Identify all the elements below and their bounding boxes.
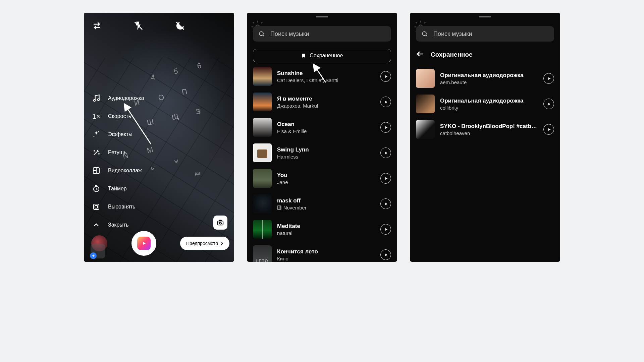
tool-align[interactable]: Выровнять — [91, 202, 144, 212]
album-cover — [253, 220, 272, 239]
preview-button[interactable]: Предпросмотр — [180, 237, 229, 250]
svg-point-30 — [422, 32, 426, 36]
chevron-up-icon — [91, 220, 101, 230]
play-button[interactable] — [380, 249, 391, 260]
plus-icon: + — [90, 252, 97, 259]
track-artist: Harmless — [277, 154, 375, 160]
album-cover — [253, 67, 272, 86]
track-title: Meditate — [277, 223, 375, 230]
album-cover — [253, 93, 272, 111]
music-search-input[interactable] — [253, 26, 391, 42]
speed-1x-icon: 1× — [91, 111, 101, 121]
saved-button[interactable]: Сохраненное — [253, 49, 391, 62]
track-row[interactable]: Sunshine Cat Dealers, LOthief, Santti — [253, 67, 391, 86]
svg-point-6 — [99, 136, 99, 136]
svg-point-7 — [94, 150, 95, 151]
track-artist: aem.beaute — [440, 79, 538, 85]
tool-label: Выровнять — [108, 204, 136, 210]
collage-icon — [91, 166, 101, 176]
play-button[interactable] — [380, 224, 391, 235]
tool-effects[interactable]: Эффекты — [91, 129, 144, 139]
track-artist: Джарахов, Markul — [277, 103, 375, 109]
svg-marker-32 — [548, 103, 550, 105]
tool-speed[interactable]: 1× Скорость — [91, 111, 144, 121]
tool-collage[interactable]: Видеоколлаж — [91, 166, 144, 176]
bookmark-icon — [301, 53, 306, 58]
track-row[interactable]: Я в моменте Джарахов, Markul — [253, 93, 391, 111]
flash-off-icon[interactable] — [133, 20, 144, 32]
album-cover — [416, 69, 435, 88]
track-row[interactable]: mask off ENovember — [253, 194, 391, 213]
page-title: Сохраненное — [431, 51, 473, 58]
track-title: Я в моменте — [277, 96, 375, 102]
track-artist: Jane — [277, 179, 375, 185]
track-row[interactable]: You Jane — [253, 169, 391, 188]
track-row[interactable]: Кончится лето Кино — [253, 245, 391, 262]
night-off-icon[interactable] — [174, 20, 186, 32]
track-artist: natural — [277, 230, 375, 236]
play-button[interactable] — [543, 73, 554, 84]
music-search-input[interactable] — [416, 26, 554, 42]
magic-wand-icon — [91, 147, 101, 158]
tool-retouch[interactable]: Ретушь — [91, 147, 144, 158]
track-artist: Elsa & Emilie — [277, 128, 375, 134]
track-row[interactable]: Ocean Elsa & Emilie — [253, 118, 391, 137]
swap-icon[interactable] — [91, 20, 103, 32]
play-button[interactable] — [380, 173, 391, 184]
sheet-handle[interactable] — [316, 16, 328, 17]
svg-marker-31 — [548, 77, 550, 79]
tool-label: Аудиодорожка — [108, 95, 144, 101]
tool-label: Видеоколлаж — [108, 168, 142, 174]
tool-label: Закрыть — [108, 222, 129, 228]
svg-marker-22 — [385, 101, 387, 103]
track-row[interactable]: SYKO - BrooklynBloodPop! #catboiheaven c… — [416, 120, 554, 139]
search-field[interactable] — [433, 31, 549, 38]
tool-label: Таймер — [108, 186, 127, 192]
track-row[interactable]: Оригинальная аудиодорожка collibrity — [416, 95, 554, 113]
play-button[interactable] — [543, 124, 554, 135]
tool-audio[interactable]: Аудиодорожка — [91, 93, 144, 103]
align-icon — [91, 202, 101, 212]
play-button[interactable] — [380, 97, 391, 107]
track-title: Ocean — [277, 121, 375, 128]
track-artist: catboiheaven — [440, 130, 538, 136]
track-row[interactable]: Swing Lynn Harmless — [253, 143, 391, 162]
play-button[interactable] — [380, 147, 391, 158]
reels-icon — [137, 237, 151, 250]
svg-marker-15 — [143, 242, 146, 245]
explicit-badge: E — [277, 205, 281, 210]
track-row[interactable]: Оригинальная аудиодорожка aem.beaute — [416, 69, 554, 88]
album-cover — [253, 143, 272, 162]
svg-rect-11 — [94, 204, 99, 209]
album-cover — [253, 118, 272, 137]
sheet-handle[interactable] — [479, 16, 491, 17]
saved-label: Сохраненное — [310, 53, 343, 59]
back-button[interactable] — [416, 50, 425, 60]
flip-camera-button[interactable] — [213, 216, 227, 230]
gallery-add[interactable]: + — [91, 244, 105, 258]
track-title: Swing Lynn — [277, 146, 375, 153]
svg-marker-27 — [385, 228, 387, 230]
svg-marker-24 — [385, 152, 387, 154]
track-artist: ENovember — [277, 205, 375, 210]
track-artist: Кино — [277, 256, 375, 261]
search-field[interactable] — [270, 31, 386, 38]
track-title: Оригинальная аудиодорожка — [440, 98, 538, 104]
track-row[interactable]: Meditate natural — [253, 220, 391, 239]
play-button[interactable] — [543, 99, 554, 109]
play-button[interactable] — [380, 71, 391, 82]
album-cover — [253, 169, 272, 188]
play-button[interactable] — [380, 122, 391, 133]
tool-label: Эффекты — [108, 131, 132, 137]
svg-point-8 — [99, 154, 99, 154]
arrow-left-icon — [416, 50, 425, 58]
svg-marker-21 — [385, 75, 387, 77]
search-icon — [421, 31, 428, 37]
play-button[interactable] — [380, 198, 391, 209]
svg-point-18 — [259, 32, 263, 36]
shutter-button[interactable] — [131, 231, 156, 256]
tool-close-menu[interactable]: Закрыть — [91, 220, 144, 230]
timer-icon — [91, 184, 101, 194]
svg-marker-25 — [385, 177, 387, 179]
tool-timer[interactable]: Таймер — [91, 184, 144, 194]
